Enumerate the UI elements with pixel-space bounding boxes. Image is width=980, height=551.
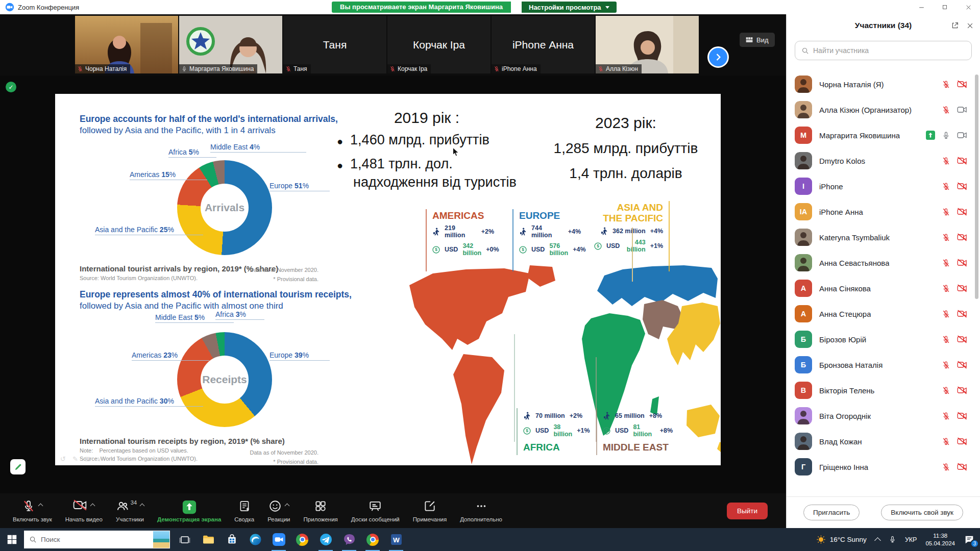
map-region-europe: EUROPE744 million+4% $USD576 billion+4% xyxy=(512,209,581,271)
participant-row[interactable]: Алла Кізюн (Организатор) xyxy=(787,97,975,122)
tile-name-label: Алла Кізюн xyxy=(596,64,642,73)
video-tile-1[interactable]: Чорна Наталія xyxy=(75,16,178,73)
participant-row[interactable]: ББронзова Наталія xyxy=(787,352,975,378)
camera-off-icon xyxy=(957,361,967,369)
participant-row[interactable]: Влад Кожан xyxy=(787,429,975,454)
scrollbar-thumb[interactable] xyxy=(975,74,978,299)
dollar-icon: $ xyxy=(523,427,531,435)
participant-row[interactable]: Kateryna Tsymbaliuk xyxy=(787,224,975,250)
participant-row[interactable]: Анна Севастьянова xyxy=(787,250,975,276)
toolbar-cam-off-button[interactable]: Начать видео xyxy=(65,499,103,522)
chevron-up-icon[interactable] xyxy=(38,503,43,508)
taskbar-app-chrome-2-icon[interactable] xyxy=(361,528,384,551)
mic-muted-icon xyxy=(942,80,950,89)
toolbar-mic-off-button[interactable]: Включить звук xyxy=(13,499,52,522)
taskbar-app-store-icon[interactable] xyxy=(220,528,243,551)
taskbar-app-viber-icon[interactable] xyxy=(337,528,361,551)
next-page-arrow-button[interactable] xyxy=(707,46,729,68)
close-button[interactable] xyxy=(957,0,980,14)
taskbar-app-chrome-icon[interactable] xyxy=(290,528,314,551)
video-tile-3[interactable]: ТаняТаня xyxy=(283,16,386,73)
map-region-americas: AMERICAS219 million+2% $USD342 billion+0… xyxy=(426,209,494,271)
chevron-up-icon[interactable] xyxy=(285,503,290,508)
participant-row[interactable]: IAiPhone Анна xyxy=(787,199,975,224)
dollar-icon: $ xyxy=(603,427,610,435)
mic-muted-icon xyxy=(942,157,950,165)
participant-row[interactable]: ББірозов Юрій xyxy=(787,327,975,352)
participant-name: Гріщенко Інна xyxy=(819,463,868,471)
taskbar-clock[interactable]: 11:38 05.04.2024 xyxy=(925,532,955,547)
shared-screen-area: ✓ Europe accounts for half of the world'… xyxy=(0,76,786,493)
region-arrivals: 219 million+2% xyxy=(432,224,494,239)
taskbar-app-telegram-icon[interactable] xyxy=(314,528,337,551)
participant-row[interactable]: IiPhone xyxy=(787,173,975,199)
toolbar-participants-button[interactable]: 34Участники xyxy=(116,499,144,522)
toolbar-share-screen-button[interactable]: Демонстрация экрана xyxy=(157,499,221,522)
avatar xyxy=(795,407,812,424)
participant-row[interactable]: ВВікторія Телень xyxy=(787,378,975,403)
participant-name: Вікторія Телень xyxy=(819,386,874,395)
traveler-icon xyxy=(519,228,527,236)
donut-label-africa: Africa 5% xyxy=(168,148,216,158)
toolbar-label: Начать видео xyxy=(65,516,103,522)
toolbar-whiteboard-button[interactable]: Доски сообщений xyxy=(351,499,400,522)
toolbar-more-button[interactable]: Дополнительно xyxy=(460,499,502,522)
participant-name: iPhone Анна xyxy=(819,208,863,216)
taskbar-app-zoom-icon[interactable] xyxy=(267,528,290,551)
chevron-up-icon[interactable] xyxy=(140,503,145,508)
taskbar-app-edge-icon[interactable] xyxy=(243,528,267,551)
toolbar-summary-button[interactable]: Сводка xyxy=(234,499,254,522)
minimize-button[interactable] xyxy=(910,0,933,14)
maximize-button[interactable] xyxy=(933,0,957,14)
slideshow-controls[interactable]: ↺✎⊞∨ xyxy=(60,455,102,463)
unmute-self-button[interactable]: Включить свой звук xyxy=(881,505,963,520)
annotation-pencil-tool[interactable] xyxy=(10,459,26,474)
participant-row[interactable]: Dmytro Kolos xyxy=(787,148,975,173)
view-settings-button[interactable]: Настройки просмотра xyxy=(522,2,617,13)
mic-muted-icon xyxy=(598,66,604,72)
participant-row[interactable]: ААнна Стецюра xyxy=(787,301,975,327)
participant-row[interactable]: Віта Огороднік xyxy=(787,403,975,429)
sun-icon xyxy=(816,535,826,544)
invite-button[interactable]: Пригласить xyxy=(803,505,860,520)
popout-panel-icon[interactable] xyxy=(951,21,959,30)
toolbar-apps-button[interactable]: Приложения xyxy=(304,499,338,522)
participant-search-box[interactable] xyxy=(795,41,972,60)
video-tile-2[interactable]: Маргарита Яковишина xyxy=(179,16,282,73)
leave-button[interactable]: Выйти xyxy=(727,503,768,519)
video-tile-6[interactable]: Алла Кізюн xyxy=(596,16,699,73)
region-name: MIDDLE EAST xyxy=(603,442,673,453)
notification-center-icon[interactable]: 3 xyxy=(964,534,975,545)
participant-row[interactable]: Чорна Наталія (Я) xyxy=(787,71,975,97)
participant-row[interactable]: ААнна Сінякова xyxy=(787,276,975,301)
taskbar-app-file-explorer-icon[interactable] xyxy=(197,528,220,551)
apps-icon xyxy=(314,499,327,513)
share-screen-icon xyxy=(182,499,197,515)
participant-row[interactable]: ГГріщенко Інна xyxy=(787,454,975,480)
toolbar-notes-button[interactable]: Примечания xyxy=(413,499,447,522)
toolbar-reactions-button[interactable]: Реакции xyxy=(267,499,290,522)
view-layout-button[interactable]: Вид xyxy=(740,33,775,47)
windows-taskbar: Поиск W 16°C Sunny УКР 11:38 05.04.2024 … xyxy=(0,528,980,551)
hidden-icons-chevron[interactable] xyxy=(874,537,881,544)
search-input[interactable] xyxy=(813,46,965,55)
avatar: Б xyxy=(795,331,812,348)
video-tile-5[interactable]: iPhone АннаiPhone Анна xyxy=(492,16,595,73)
taskbar-app-task-view-icon[interactable] xyxy=(173,528,197,551)
tray-mic-icon[interactable] xyxy=(889,536,896,543)
traveler-icon xyxy=(600,227,608,235)
participant-row[interactable]: ММаргарита Яковишина xyxy=(787,122,975,148)
search-icon xyxy=(29,536,37,543)
taskbar-search-box[interactable]: Поиск xyxy=(24,531,170,548)
chevron-up-icon[interactable] xyxy=(90,503,95,508)
video-tile-4[interactable]: Корчак ІраКорчак Іра xyxy=(387,16,491,73)
taskbar-app-word-icon[interactable]: W xyxy=(384,528,408,551)
mouse-cursor xyxy=(452,147,460,159)
search-highlight-image[interactable] xyxy=(153,531,169,548)
mic-muted-icon xyxy=(942,437,950,446)
weather-widget[interactable]: 16°C Sunny xyxy=(816,535,867,544)
language-indicator[interactable]: УКР xyxy=(905,536,917,543)
search-icon xyxy=(801,47,809,55)
close-panel-icon[interactable] xyxy=(966,22,974,30)
start-button[interactable] xyxy=(0,528,24,551)
